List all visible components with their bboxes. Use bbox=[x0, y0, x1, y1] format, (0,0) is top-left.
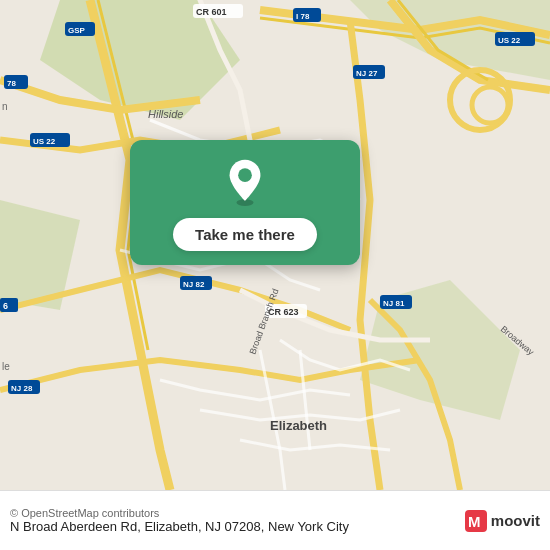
svg-text:I 78: I 78 bbox=[296, 12, 310, 21]
take-me-there-button[interactable]: Take me there bbox=[173, 218, 317, 251]
svg-text:le: le bbox=[2, 361, 10, 372]
svg-text:n: n bbox=[2, 101, 8, 112]
copyright-text: © OpenStreetMap contributors bbox=[10, 507, 459, 519]
moovit-icon: M bbox=[465, 510, 487, 532]
svg-text:CR 601: CR 601 bbox=[196, 7, 227, 17]
location-pin-icon bbox=[221, 158, 269, 206]
svg-point-39 bbox=[238, 168, 252, 182]
svg-text:78: 78 bbox=[7, 79, 16, 88]
svg-text:NJ 28: NJ 28 bbox=[11, 384, 33, 393]
svg-text:6: 6 bbox=[3, 301, 8, 311]
moovit-logo: M moovit bbox=[465, 510, 540, 532]
svg-text:Elizabeth: Elizabeth bbox=[270, 418, 327, 433]
svg-text:US 22: US 22 bbox=[498, 36, 521, 45]
svg-text:NJ 27: NJ 27 bbox=[356, 69, 378, 78]
svg-text:GSP: GSP bbox=[68, 26, 86, 35]
svg-text:M: M bbox=[468, 513, 481, 530]
svg-text:Hillside: Hillside bbox=[148, 108, 183, 120]
svg-text:NJ 81: NJ 81 bbox=[383, 299, 405, 308]
take-me-there-card: Take me there bbox=[130, 140, 360, 265]
address-text: N Broad Aberdeen Rd, Elizabeth, NJ 07208… bbox=[10, 519, 459, 534]
svg-text:NJ 82: NJ 82 bbox=[183, 280, 205, 289]
svg-text:US 22: US 22 bbox=[33, 137, 56, 146]
footer: © OpenStreetMap contributors N Broad Abe… bbox=[0, 490, 550, 550]
moovit-text: moovit bbox=[491, 512, 540, 529]
map-area: CR 601 I 78 US 22 78 GSP US 22 NJ 27 NJ … bbox=[0, 0, 550, 490]
